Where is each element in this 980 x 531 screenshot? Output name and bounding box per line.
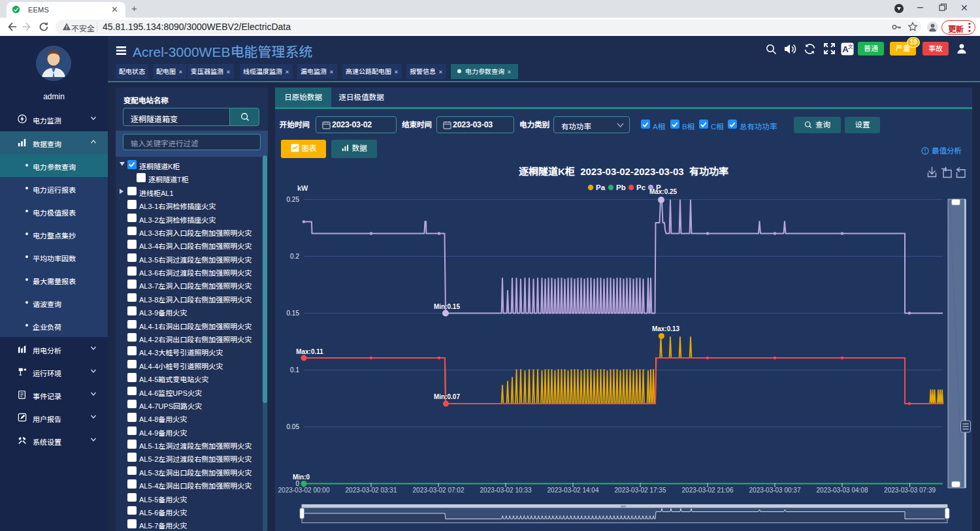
svg-text:Max:0.25: Max:0.25 <box>649 188 678 195</box>
svg-text:2023-03-02 10:33: 2023-03-02 10:33 <box>480 487 532 494</box>
svg-text:文: 文 <box>848 44 853 50</box>
svg-text:2023-03-03 04:08: 2023-03-03 04:08 <box>817 487 868 494</box>
svg-text:0.1: 0.1 <box>290 366 299 374</box>
svg-text:0.05: 0.05 <box>287 423 300 430</box>
svg-text:Max:0.13: Max:0.13 <box>652 325 680 332</box>
svg-text:2023-03-02 21:06: 2023-03-02 21:06 <box>682 487 734 494</box>
svg-text:2023-03-02 00:00: 2023-03-02 00:00 <box>278 487 330 494</box>
svg-text:Pb: Pb <box>616 184 626 191</box>
svg-text:Pc: Pc <box>636 184 646 191</box>
svg-text:Min:0: Min:0 <box>293 474 310 481</box>
svg-text:0.25: 0.25 <box>287 196 300 203</box>
svg-text:2023-03-02 03:31: 2023-03-02 03:31 <box>346 487 397 494</box>
svg-text:kW: kW <box>297 184 308 192</box>
svg-text:0.15: 0.15 <box>287 310 300 317</box>
svg-text:2023-03-03 00:37: 2023-03-03 00:37 <box>749 487 801 494</box>
svg-text:Min:0.15: Min:0.15 <box>434 303 460 310</box>
svg-text:2023-03-02 17:35: 2023-03-02 17:35 <box>615 487 666 494</box>
svg-text:2023-03-03 07:39: 2023-03-03 07:39 <box>884 487 936 494</box>
svg-text:2023-03-02 07:02: 2023-03-02 07:02 <box>413 487 465 494</box>
svg-text:Min:0.07: Min:0.07 <box>434 393 460 400</box>
svg-text:Max:0.11: Max:0.11 <box>296 348 323 355</box>
svg-text:Pa: Pa <box>596 184 606 191</box>
svg-text:0.2: 0.2 <box>290 253 299 260</box>
svg-text:2023-03-02 14:04: 2023-03-02 14:04 <box>547 487 599 494</box>
